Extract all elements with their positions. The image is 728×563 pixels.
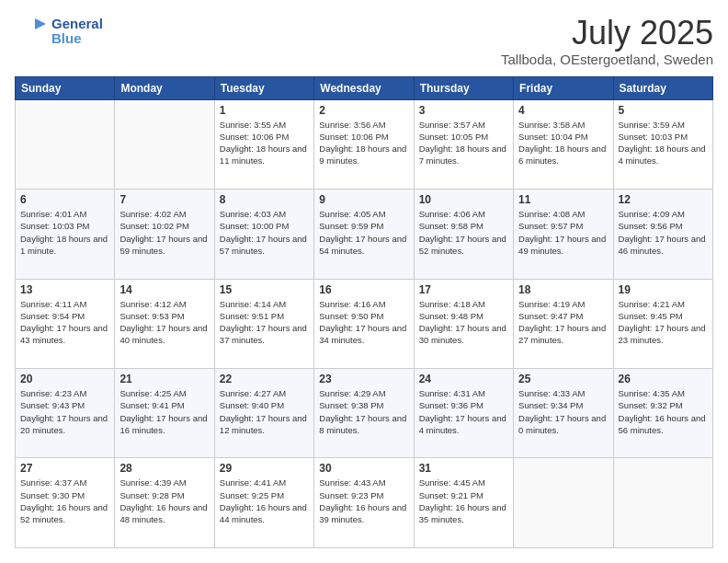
day-info: Sunrise: 4:29 AM Sunset: 9:38 PM Dayligh… bbox=[319, 387, 408, 436]
day-number: 26 bbox=[619, 373, 708, 385]
calendar-cell: 10Sunrise: 4:06 AM Sunset: 9:58 PM Dayli… bbox=[414, 190, 513, 279]
location-title: Tallboda, OEstergoetland, Sweden bbox=[501, 52, 713, 67]
day-info: Sunrise: 4:45 AM Sunset: 9:21 PM Dayligh… bbox=[419, 477, 508, 525]
day-number: 31 bbox=[419, 462, 508, 475]
day-info: Sunrise: 4:11 AM Sunset: 9:54 PM Dayligh… bbox=[20, 298, 109, 347]
day-info: Sunrise: 4:16 AM Sunset: 9:50 PM Dayligh… bbox=[319, 298, 408, 347]
calendar-week-5: 27Sunrise: 4:37 AM Sunset: 9:30 PM Dayli… bbox=[16, 458, 713, 548]
calendar-cell: 6Sunrise: 4:01 AM Sunset: 10:03 PM Dayli… bbox=[16, 190, 115, 279]
weekday-header-sunday: Sunday bbox=[16, 76, 115, 99]
day-info: Sunrise: 3:58 AM Sunset: 10:04 PM Daylig… bbox=[518, 119, 608, 167]
calendar-cell: 31Sunrise: 4:45 AM Sunset: 9:21 PM Dayli… bbox=[414, 458, 513, 548]
calendar-cell: 8Sunrise: 4:03 AM Sunset: 10:00 PM Dayli… bbox=[214, 190, 313, 279]
day-number: 13 bbox=[20, 283, 109, 296]
calendar-week-2: 6Sunrise: 4:01 AM Sunset: 10:03 PM Dayli… bbox=[16, 190, 713, 279]
day-info: Sunrise: 4:19 AM Sunset: 9:47 PM Dayligh… bbox=[518, 298, 608, 347]
weekday-header-saturday: Saturday bbox=[613, 76, 712, 99]
calendar-cell: 26Sunrise: 4:35 AM Sunset: 9:32 PM Dayli… bbox=[613, 369, 712, 458]
calendar-cell: 25Sunrise: 4:33 AM Sunset: 9:34 PM Dayli… bbox=[514, 369, 613, 458]
day-info: Sunrise: 4:02 AM Sunset: 10:02 PM Daylig… bbox=[119, 208, 209, 257]
day-info: Sunrise: 3:59 AM Sunset: 10:03 PM Daylig… bbox=[619, 119, 708, 167]
day-number: 17 bbox=[419, 283, 508, 296]
weekday-header-tuesday: Tuesday bbox=[214, 76, 313, 99]
calendar-cell: 4Sunrise: 3:58 AM Sunset: 10:04 PM Dayli… bbox=[514, 99, 613, 189]
day-number: 11 bbox=[518, 193, 608, 206]
day-number: 20 bbox=[20, 373, 109, 385]
day-number: 7 bbox=[119, 193, 209, 206]
day-number: 2 bbox=[319, 104, 408, 117]
day-info: Sunrise: 4:18 AM Sunset: 9:48 PM Dayligh… bbox=[419, 298, 508, 347]
day-number: 22 bbox=[220, 373, 309, 385]
day-info: Sunrise: 4:25 AM Sunset: 9:41 PM Dayligh… bbox=[119, 387, 209, 436]
calendar-cell: 27Sunrise: 4:37 AM Sunset: 9:30 PM Dayli… bbox=[16, 458, 115, 548]
logo-general: General bbox=[51, 17, 103, 32]
day-number: 19 bbox=[619, 283, 708, 296]
day-info: Sunrise: 4:06 AM Sunset: 9:58 PM Dayligh… bbox=[419, 208, 508, 257]
day-number: 21 bbox=[119, 373, 209, 385]
calendar-cell: 16Sunrise: 4:16 AM Sunset: 9:50 PM Dayli… bbox=[314, 279, 414, 368]
calendar-week-1: 1Sunrise: 3:55 AM Sunset: 10:06 PM Dayli… bbox=[16, 99, 713, 189]
logo: General Blue bbox=[15, 15, 103, 48]
day-info: Sunrise: 4:14 AM Sunset: 9:51 PM Dayligh… bbox=[220, 298, 309, 347]
day-info: Sunrise: 4:27 AM Sunset: 9:40 PM Dayligh… bbox=[220, 387, 309, 436]
calendar-cell: 11Sunrise: 4:08 AM Sunset: 9:57 PM Dayli… bbox=[514, 190, 613, 279]
calendar-cell: 15Sunrise: 4:14 AM Sunset: 9:51 PM Dayli… bbox=[214, 279, 313, 368]
logo-svg-icon bbox=[15, 15, 48, 48]
day-info: Sunrise: 4:08 AM Sunset: 9:57 PM Dayligh… bbox=[518, 208, 608, 257]
day-number: 9 bbox=[319, 193, 408, 206]
day-info: Sunrise: 4:21 AM Sunset: 9:45 PM Dayligh… bbox=[619, 298, 708, 347]
calendar-cell: 22Sunrise: 4:27 AM Sunset: 9:40 PM Dayli… bbox=[214, 369, 313, 458]
day-number: 18 bbox=[518, 283, 608, 296]
calendar-header-row: SundayMondayTuesdayWednesdayThursdayFrid… bbox=[16, 76, 713, 99]
calendar-cell: 30Sunrise: 4:43 AM Sunset: 9:23 PM Dayli… bbox=[314, 458, 414, 548]
day-info: Sunrise: 3:57 AM Sunset: 10:05 PM Daylig… bbox=[419, 119, 508, 167]
day-info: Sunrise: 4:31 AM Sunset: 9:36 PM Dayligh… bbox=[419, 387, 508, 436]
calendar-cell: 3Sunrise: 3:57 AM Sunset: 10:05 PM Dayli… bbox=[414, 99, 513, 189]
calendar-cell: 1Sunrise: 3:55 AM Sunset: 10:06 PM Dayli… bbox=[214, 99, 313, 189]
day-number: 10 bbox=[419, 193, 508, 206]
month-title: July 2025 bbox=[501, 15, 713, 52]
day-number: 8 bbox=[220, 193, 309, 206]
day-info: Sunrise: 4:39 AM Sunset: 9:28 PM Dayligh… bbox=[119, 477, 209, 525]
day-info: Sunrise: 4:37 AM Sunset: 9:30 PM Dayligh… bbox=[20, 477, 109, 525]
calendar-cell: 19Sunrise: 4:21 AM Sunset: 9:45 PM Dayli… bbox=[613, 279, 712, 368]
calendar-table: SundayMondayTuesdayWednesdayThursdayFrid… bbox=[15, 76, 713, 548]
calendar-cell bbox=[613, 458, 712, 548]
calendar-cell: 20Sunrise: 4:23 AM Sunset: 9:43 PM Dayli… bbox=[16, 369, 115, 458]
day-number: 15 bbox=[220, 283, 309, 296]
calendar-cell: 14Sunrise: 4:12 AM Sunset: 9:53 PM Dayli… bbox=[115, 279, 214, 368]
day-number: 23 bbox=[319, 373, 408, 385]
day-number: 5 bbox=[619, 104, 708, 117]
day-number: 3 bbox=[419, 104, 508, 117]
day-info: Sunrise: 4:33 AM Sunset: 9:34 PM Dayligh… bbox=[518, 387, 608, 436]
day-number: 25 bbox=[518, 373, 608, 385]
page: General Blue July 2025 Tallboda, OEsterg… bbox=[0, 0, 728, 563]
calendar-cell: 9Sunrise: 4:05 AM Sunset: 9:59 PM Daylig… bbox=[314, 190, 414, 279]
calendar-cell bbox=[514, 458, 613, 548]
calendar-cell: 5Sunrise: 3:59 AM Sunset: 10:03 PM Dayli… bbox=[613, 99, 712, 189]
day-info: Sunrise: 4:09 AM Sunset: 9:56 PM Dayligh… bbox=[619, 208, 708, 257]
calendar-cell: 13Sunrise: 4:11 AM Sunset: 9:54 PM Dayli… bbox=[16, 279, 115, 368]
calendar-cell: 17Sunrise: 4:18 AM Sunset: 9:48 PM Dayli… bbox=[414, 279, 513, 368]
day-info: Sunrise: 4:41 AM Sunset: 9:25 PM Dayligh… bbox=[220, 477, 309, 525]
day-number: 30 bbox=[319, 462, 408, 475]
calendar-week-3: 13Sunrise: 4:11 AM Sunset: 9:54 PM Dayli… bbox=[16, 279, 713, 368]
header: General Blue July 2025 Tallboda, OEsterg… bbox=[15, 15, 713, 67]
calendar-cell: 29Sunrise: 4:41 AM Sunset: 9:25 PM Dayli… bbox=[214, 458, 313, 548]
calendar-cell bbox=[16, 99, 115, 189]
title-block: July 2025 Tallboda, OEstergoetland, Swed… bbox=[501, 15, 713, 67]
day-info: Sunrise: 4:01 AM Sunset: 10:03 PM Daylig… bbox=[20, 208, 109, 257]
day-number: 1 bbox=[220, 104, 309, 117]
weekday-header-thursday: Thursday bbox=[414, 76, 513, 99]
day-info: Sunrise: 4:05 AM Sunset: 9:59 PM Dayligh… bbox=[319, 208, 408, 257]
day-info: Sunrise: 4:03 AM Sunset: 10:00 PM Daylig… bbox=[220, 208, 309, 257]
day-number: 16 bbox=[319, 283, 408, 296]
calendar-cell: 21Sunrise: 4:25 AM Sunset: 9:41 PM Dayli… bbox=[115, 369, 214, 458]
svg-marker-0 bbox=[35, 18, 46, 29]
day-info: Sunrise: 4:43 AM Sunset: 9:23 PM Dayligh… bbox=[319, 477, 408, 525]
calendar-cell: 12Sunrise: 4:09 AM Sunset: 9:56 PM Dayli… bbox=[613, 190, 712, 279]
day-number: 6 bbox=[20, 193, 109, 206]
day-info: Sunrise: 4:23 AM Sunset: 9:43 PM Dayligh… bbox=[20, 387, 109, 436]
calendar-cell: 24Sunrise: 4:31 AM Sunset: 9:36 PM Dayli… bbox=[414, 369, 513, 458]
day-number: 14 bbox=[119, 283, 209, 296]
